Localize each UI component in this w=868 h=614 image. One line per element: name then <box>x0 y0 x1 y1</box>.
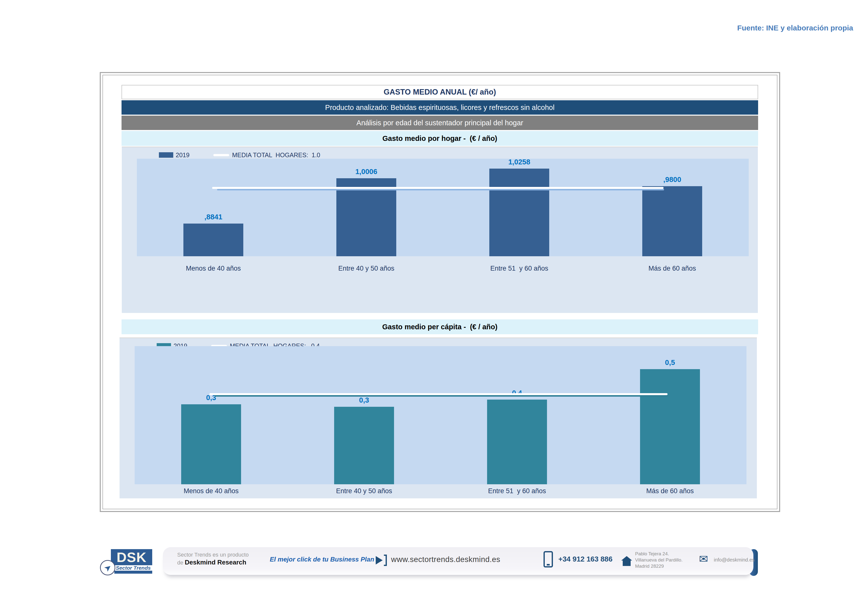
address-line1: Pablo Tejera 24. <box>635 550 683 557</box>
media-line-shadow <box>214 395 668 397</box>
footer-company-name: Deskmind Research <box>185 558 246 566</box>
category-row: Menos de 40 añosEntre 40 y 50 añosEntre … <box>137 265 749 272</box>
value-label: 1,0006 <box>290 167 443 176</box>
media-line-swatch <box>213 154 229 156</box>
media-total-line <box>212 187 663 189</box>
category-label: Entre 51 y 60 años <box>443 265 596 272</box>
home-icon-roof <box>621 556 632 561</box>
chart1-title-bar: Gasto medio por hogar - (€ / año) <box>121 131 758 146</box>
envelope-icon: ✉ <box>699 553 708 565</box>
bar-4 <box>640 369 700 484</box>
report-page: { "page": { "source_note": "Fuente: INE … <box>0 0 868 614</box>
dsk-logo-box: DSK <box>111 549 152 565</box>
value-label: 0,3 <box>288 396 440 404</box>
report-title: GASTO MEDIO ANUAL (€/ año) <box>121 85 758 99</box>
category-label: Más de 60 años <box>594 487 747 495</box>
footer-product-text: Sector Trends es un producto de Deskmind… <box>177 551 249 566</box>
chart-legend: 2019 MEDIA TOTAL HOGARES: 1.0 <box>159 151 320 159</box>
category-label: Entre 51 y 60 años <box>440 487 594 495</box>
plot-area: ,88411,00061,0258,9800 <box>137 159 749 256</box>
phone-icon <box>544 551 553 567</box>
dsk-logo-text: DSK <box>116 549 147 565</box>
arrow-bracket-icon <box>376 555 387 566</box>
bar-slot: ,9800 <box>596 159 749 256</box>
footer-email-link[interactable]: info@deskmind.es <box>714 557 755 563</box>
series-2019-swatch <box>159 152 173 158</box>
category-label: Menos de 40 años <box>137 265 290 272</box>
series-2019-label: 2019 <box>176 152 189 159</box>
bar-slot: 0,5 <box>594 346 747 484</box>
media-line-shadow <box>217 189 664 191</box>
chart2-title-wrap: Gasto medio per cápita - (€ / año) <box>121 319 758 335</box>
bar-1 <box>183 223 243 256</box>
arrow-triangle <box>376 556 383 564</box>
footer-product-line2: de Deskmind Research <box>177 558 249 566</box>
bar-2 <box>334 407 394 484</box>
phone-icon-button <box>547 564 550 566</box>
arrow-bracket <box>384 555 387 566</box>
chart-gasto-medio-per-capita: 2019 MEDIA TOTAL HOGARES: 0,4 0,30,30,40… <box>119 338 757 498</box>
footer-website-link[interactable]: www.sectortrends.deskmind.es <box>391 555 500 564</box>
dsk-logo-circle: ➤ <box>100 560 115 575</box>
category-label: Menos de 40 años <box>135 487 288 495</box>
bar-3 <box>487 400 547 484</box>
bar-slot: 0,3 <box>288 346 440 484</box>
category-row: Menos de 40 añosEntre 40 y 50 añosEntre … <box>135 487 747 495</box>
address-line2: Villanueva del Pardillo. <box>635 557 683 563</box>
value-label: 1,0258 <box>443 158 596 166</box>
category-label: Entre 40 y 50 años <box>290 265 443 272</box>
dsk-logo-subtitle: Sector Trends <box>114 565 152 571</box>
category-label: Más de 60 años <box>596 265 749 272</box>
footer-bar: Sector Trends es un producto de Deskmind… <box>163 547 753 575</box>
bar-slot: 0,3 <box>135 346 288 484</box>
paper-plane-icon: ➤ <box>102 562 113 573</box>
chart2-title-bar: Gasto medio per cápita - (€ / año) <box>121 319 758 334</box>
value-label: 0,5 <box>594 358 747 367</box>
dsk-logo-strip <box>114 571 152 574</box>
bar-3 <box>489 169 549 256</box>
media-total-line <box>209 393 668 395</box>
chart-gasto-medio-por-hogar: 2019 MEDIA TOTAL HOGARES: 1.0 ,88411,000… <box>122 147 758 313</box>
home-icon <box>621 556 632 567</box>
footer-phone-number: +34 912 163 886 <box>558 555 612 563</box>
footer-product-line1: Sector Trends es un producto <box>177 551 249 558</box>
category-label: Entre 40 y 50 años <box>288 487 440 495</box>
footer-address: Pablo Tejera 24. Villanueva del Pardillo… <box>635 550 683 569</box>
footer-slogan: El mejor click de tu Business Plan <box>270 555 374 563</box>
bar-slot: ,8841 <box>137 159 290 256</box>
bar-1 <box>181 404 241 484</box>
source-note: Fuente: INE y elaboración propia <box>737 24 853 32</box>
bar-slot: 0,4 <box>440 346 594 484</box>
address-line3: Madrid 28229 <box>635 563 683 569</box>
dsk-logo: DSK Sector Trends ➤ <box>99 545 160 588</box>
analysis-dimension-bar: Análisis por edad del sustentador princi… <box>121 116 758 130</box>
plot-area: 0,30,30,40,5 <box>135 346 747 484</box>
bar-slot: 1,0006 <box>290 159 443 256</box>
media-total-label: MEDIA TOTAL HOGARES: 1.0 <box>232 152 320 159</box>
bar-4 <box>642 186 702 256</box>
product-analyzed-bar: Producto analizado: Bebidas espirituosas… <box>121 100 758 115</box>
value-label: ,8841 <box>137 213 290 221</box>
bar-slot: 1,0258 <box>443 159 596 256</box>
report-header: GASTO MEDIO ANUAL (€/ año) Producto anal… <box>121 85 758 147</box>
value-label: ,9800 <box>596 175 749 184</box>
home-icon-base <box>623 561 631 566</box>
